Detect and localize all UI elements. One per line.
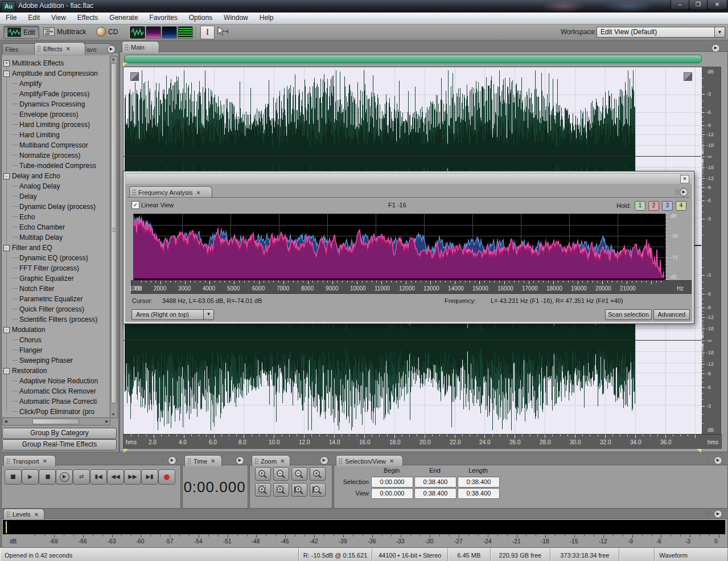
top-left-adjust-handle-icon[interactable] (130, 72, 139, 81)
collapse-icon[interactable]: - (3, 173, 10, 179)
group-real-time-effects-button[interactable]: Group Real-Time Effects (2, 439, 117, 451)
multitrack-view-button[interactable]: Multitrack (40, 26, 89, 38)
tree-item-chorus[interactable]: Chorus (2, 335, 109, 345)
tab-time[interactable]: Time ✕ (184, 455, 222, 466)
time-display[interactable]: 0:00.000 (182, 478, 247, 496)
tree-horizontal-scrollbar[interactable]: ◀ ▶ (2, 417, 110, 425)
menu-favorites[interactable]: Favorites (143, 13, 183, 24)
tree-item-amplify[interactable]: Amplify (2, 79, 109, 89)
tree-vertical-scrollbar[interactable]: ▲ ▼ (110, 56, 118, 418)
waveform-view-icon[interactable] (130, 26, 145, 39)
transport-play-looped-button[interactable]: ⇄ (73, 469, 90, 485)
menu-window[interactable]: Window (218, 13, 254, 24)
tree-item-sweeping-phaser[interactable]: Sweeping Phaser (2, 355, 109, 366)
tree-item-scientific-filters-process-[interactable]: Scientific Filters (process) (2, 314, 109, 325)
close-tab-icon[interactable]: ✕ (280, 458, 285, 464)
zoom-out-horizontal-button[interactable] (273, 467, 289, 481)
tree-item-automatic-phase-correcti[interactable]: Automatic Phase Correcti (2, 396, 109, 407)
frequency-window-titlebar[interactable] (126, 174, 692, 184)
level-meter-canvas[interactable] (3, 520, 725, 534)
scroll-right-arrow-icon[interactable]: ▶ (105, 419, 109, 424)
tree-item-restoration[interactable]: -Restoration (2, 366, 109, 376)
spectrum-display[interactable] (133, 214, 666, 280)
scroll-up-arrow-icon[interactable]: ▲ (110, 56, 116, 62)
close-tab-icon[interactable]: ✕ (196, 190, 200, 196)
spectral-pan-view-icon[interactable] (162, 26, 177, 39)
spectral-phase-view-icon[interactable] (178, 26, 193, 39)
menu-generate[interactable]: Generate (104, 13, 143, 24)
tree-item-multiband-compressor[interactable]: Multiband Compressor (2, 140, 109, 150)
tree-item-normalize-process-[interactable]: Normalize (process) (2, 150, 109, 161)
scan-selection-button[interactable]: Scan selection (605, 309, 652, 320)
transport-fast-forward-button[interactable]: ▶▶ (124, 469, 141, 485)
transport-record-button[interactable]: ● (158, 469, 175, 485)
main-panel-menu-button[interactable]: ▶ (711, 44, 720, 52)
group-by-category-button[interactable]: Group By Category (2, 428, 117, 439)
tree-item-dynamic-eq-process-[interactable]: Dynamic EQ (process) (2, 253, 109, 263)
cd-view-button[interactable]: CD (93, 26, 121, 38)
tree-item-quick-filter-process-[interactable]: Quick Filter (process) (2, 304, 109, 314)
close-tab-icon[interactable]: ✕ (389, 458, 394, 464)
menu-effects[interactable]: Effects (72, 13, 104, 24)
restore-button[interactable]: ❐ (689, 0, 708, 10)
advanced-button[interactable]: Advanced (653, 309, 690, 320)
tree-item-filter-and-eq[interactable]: -Filter and EQ (2, 243, 109, 253)
tree-item-hard-limiting-process-[interactable]: Hard Limiting (process) (2, 120, 109, 130)
close-tab-icon[interactable]: ✕ (34, 511, 39, 518)
tree-item-click-pop-eliminator-pro[interactable]: Click/Pop Eliminator (pro (2, 407, 109, 417)
transport-go-to-end-button[interactable]: ▶▮ (141, 469, 158, 485)
tree-item-tube-modeled-compress[interactable]: Tube-modeled Compress (2, 161, 109, 171)
tree-item-dynamic-delay-process-[interactable]: Dynamic Delay (process) (2, 202, 109, 212)
tree-item-analog-delay[interactable]: Analog Delay (2, 181, 109, 191)
freq-panel-menu-button[interactable]: ▶ (680, 188, 688, 196)
panel-menu-button[interactable]: ▶ (107, 45, 116, 54)
hold-button-2[interactable]: 2 (648, 201, 659, 211)
selview-selection-length-field[interactable]: 0:38.400 (458, 477, 500, 488)
transport-play-button[interactable]: ▶ (22, 469, 39, 485)
top-right-adjust-handle-icon[interactable] (684, 72, 692, 81)
frequency-analysis-window[interactable]: ✕ Frequency Analysis ✕ ▶ ✓ Linear View F… (123, 171, 694, 324)
menu-help[interactable]: Help (254, 13, 279, 24)
area-mode-dropdown[interactable]: Area (Right on top) (131, 309, 206, 320)
menu-edit[interactable]: Edit (22, 13, 46, 24)
tab-main[interactable]: Main (122, 41, 159, 53)
tree-item-parametric-equalizer[interactable]: Parametric Equalizer (2, 294, 109, 304)
selview-selection-end-field[interactable]: 0:38.400 (414, 477, 456, 488)
workspace-dropdown-arrow-icon[interactable]: ▼ (714, 27, 725, 37)
transport-pause-button[interactable]: ▮▮ (39, 469, 56, 485)
expand-icon[interactable]: + (3, 60, 10, 67)
transport-rewind-button[interactable]: ◀◀ (107, 469, 124, 485)
tree-scrollbar-thumb[interactable] (111, 63, 117, 403)
tree-item-notch-filter[interactable]: Notch Filter (2, 284, 109, 294)
collapse-icon[interactable]: - (3, 71, 10, 77)
zoom-in-vertical-button[interactable] (291, 483, 307, 497)
close-button[interactable]: ✕ (707, 0, 727, 10)
minimize-button[interactable]: – (671, 0, 689, 10)
collapse-icon[interactable]: - (3, 368, 10, 374)
tree-item-echo-chamber[interactable]: Echo Chamber (2, 222, 109, 232)
linear-view-checkbox[interactable]: ✓ (131, 201, 139, 209)
tree-item-delay-and-echo[interactable]: -Delay and Echo (2, 171, 109, 181)
menu-view[interactable]: View (46, 13, 72, 24)
close-tab-icon[interactable]: ✕ (211, 458, 215, 464)
area-dropdown-arrow-icon[interactable]: ▼ (203, 309, 214, 320)
tree-item-modulation[interactable]: -Modulation (2, 325, 109, 335)
close-tab-icon[interactable]: ✕ (65, 46, 70, 52)
tree-item-adaptive-noise-reduction[interactable]: Adaptive Noise Reduction (2, 376, 109, 386)
zoom-out-vertical-button[interactable] (310, 483, 326, 497)
tab-selection-view[interactable]: Selection/View ✕ (336, 455, 403, 466)
zoom-out-full-button[interactable] (291, 467, 307, 481)
spectrum-frequency-axis[interactable]: Hz10002000300040005000600070008000900010… (131, 280, 692, 294)
tab-transport[interactable]: Transport ✕ (3, 455, 56, 466)
hold-button-1[interactable]: 1 (635, 201, 645, 211)
collapse-icon[interactable]: - (3, 327, 10, 333)
menu-file[interactable]: File (0, 13, 22, 24)
tab-zoom[interactable]: Zoom ✕ (252, 455, 290, 466)
tree-item-graphic-equalizer[interactable]: Graphic Equalizer (2, 273, 109, 284)
tree-item-fft-filter-process-[interactable]: FFT Filter (process) (2, 263, 109, 273)
hold-button-4[interactable]: 4 (676, 201, 686, 211)
scroll-left-arrow-icon[interactable]: ◀ (3, 419, 8, 424)
tab-effects[interactable]: Effects ✕ (34, 42, 85, 55)
selection-end-marker[interactable] (697, 449, 701, 453)
selview-view-length-field[interactable]: 0:38.400 (458, 488, 500, 499)
